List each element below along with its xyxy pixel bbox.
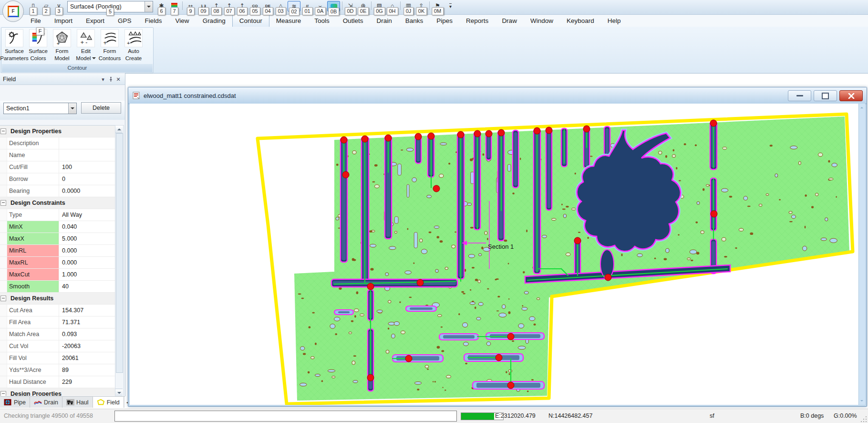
property-value[interactable]: 0.0000 (59, 185, 115, 197)
panel-scrollbar[interactable] (115, 125, 124, 397)
zoom-extents-button[interactable]: ⇲0D (344, 1, 356, 11)
grid-section-row[interactable]: Design Properties (0, 388, 115, 396)
chevron-down-icon[interactable] (68, 103, 76, 114)
tab-haul[interactable]: Haul (62, 397, 93, 408)
new-document-button[interactable]: ▯1 (27, 1, 39, 11)
grid-row[interactable]: Cut/Fill100 (0, 161, 115, 173)
grid-row[interactable]: MinX0.040 (0, 221, 115, 233)
grid-row[interactable]: Cut Area154.307 (0, 305, 115, 317)
pin-icon[interactable] (107, 75, 114, 83)
raise-surface-button[interactable]: ↥06 (236, 1, 248, 11)
surface-combo[interactable]: Surface4 (Ponding)5 (67, 1, 153, 12)
auto-create-button[interactable]: +AutoCreate (122, 28, 145, 64)
menu-item-pipes[interactable]: Pipes (430, 14, 459, 27)
grid-row[interactable]: MaxCut1.000 (0, 269, 115, 281)
property-value[interactable]: -20063 (59, 340, 115, 352)
up-arrow-button[interactable]: ⇧0K (415, 1, 427, 11)
menu-item-draw[interactable]: Draw (495, 14, 524, 27)
property-value[interactable]: 1.000 (59, 269, 115, 280)
qat-overflow-button[interactable]: ▾ (444, 1, 456, 11)
section-combo[interactable]: Section1 (3, 103, 77, 114)
menu-item-banks[interactable]: Banks (399, 14, 430, 27)
colorbar-curve-button[interactable]: 7 (168, 1, 180, 11)
property-value[interactable]: 154.307 (59, 305, 115, 316)
tab-field[interactable]: Field (93, 397, 124, 408)
star-curve-button[interactable]: ✱6 (155, 1, 167, 11)
panel-close-icon[interactable]: ✕ (114, 75, 122, 83)
menu-item-file[interactable]: File (24, 14, 48, 27)
property-value[interactable]: 40 (59, 281, 115, 292)
menu-item-keyboard[interactable]: Keyboard (560, 14, 601, 27)
grid-row[interactable]: MinRL0.000 (0, 245, 115, 257)
scroll-down-icon[interactable] (115, 389, 123, 396)
property-value[interactable]: All Way (59, 209, 115, 221)
property-value[interactable]: 5.000 (59, 233, 115, 244)
hatch-button[interactable]: ▨0G (373, 1, 385, 11)
raise-line-button[interactable]: ↥07 (223, 1, 235, 11)
menu-item-reports[interactable]: Reports (459, 14, 495, 27)
menu-item-help[interactable]: Help (601, 14, 628, 27)
property-value[interactable]: 100 (59, 161, 115, 173)
chevron-down-icon[interactable] (145, 1, 153, 12)
property-value[interactable] (59, 137, 115, 149)
grid-section-row[interactable]: Design Properties (0, 126, 115, 137)
grid-row[interactable]: Borrow0 (0, 173, 115, 185)
tab-drain[interactable]: Drain (30, 397, 62, 408)
grid-row[interactable]: Match Area0.093 (0, 328, 115, 340)
menu-item-grading[interactable]: Grading (196, 14, 232, 27)
grid-section-row[interactable]: Design Results (0, 293, 115, 305)
grid-row[interactable]: Fill Area71.371 (0, 317, 115, 328)
scroll-up-icon[interactable] (115, 126, 123, 133)
grid-row[interactable]: TypeAll Way (0, 209, 115, 221)
add-points-button[interactable]: ++9 (185, 1, 196, 11)
one-three-button[interactable]: 1 309 (197, 1, 209, 11)
grid-section-row[interactable]: Design Constraints (0, 197, 115, 209)
panel-menu-icon[interactable]: ▾ (99, 75, 107, 83)
dropdown-arrow-icon[interactable] (92, 57, 96, 61)
scrollbar-thumb[interactable] (116, 133, 123, 373)
triangle-tool-button[interactable]: △03 (275, 1, 287, 11)
grid-row[interactable]: Smooth40 (0, 281, 115, 293)
form-contours-button[interactable]: +FormContours (98, 28, 122, 64)
grid-row[interactable]: Bearing0.0000 (0, 185, 115, 197)
map-canvas[interactable]: Section 1 (130, 104, 859, 405)
map-vertical-scrollbar[interactable] (858, 104, 865, 405)
chevron-down-button[interactable]: ∨3 (53, 1, 65, 11)
signal-button[interactable]: ≋02 (288, 1, 300, 11)
menu-item-outlets[interactable]: Outlets (336, 14, 370, 27)
double-arc-button[interactable]: ((01 (301, 1, 313, 11)
tab-pipe[interactable]: Pipe (0, 397, 30, 408)
menu-item-tools[interactable]: Tools (308, 14, 336, 27)
property-value[interactable]: 0.000 (59, 257, 115, 268)
open-folder-button[interactable]: ▱2 (40, 1, 52, 11)
app-logo[interactable]: F (2, 0, 24, 22)
collapse-icon[interactable] (0, 296, 6, 301)
join-points-button[interactable]: ⌣0A (314, 1, 326, 11)
menu-item-export[interactable]: Export (79, 14, 111, 27)
resize-grip[interactable] (860, 416, 867, 423)
property-value[interactable]: 89 (59, 364, 115, 376)
property-value[interactable]: 229 (59, 376, 115, 388)
edit-model-button[interactable]: + -EditModel (74, 28, 98, 64)
property-value[interactable]: 0.000 (59, 245, 115, 256)
grid-row[interactable]: Description (0, 137, 115, 149)
grid-row[interactable]: Cut Vol-20063 (0, 340, 115, 352)
delete-button[interactable]: Delete (81, 102, 121, 114)
command-input[interactable] (114, 411, 457, 422)
property-value[interactable]: 0.093 (59, 328, 115, 340)
grid-row[interactable]: Yds**3/Acre89 (0, 364, 115, 376)
menu-item-gps[interactable]: GPS (111, 14, 138, 27)
property-value[interactable]: 0.040 (59, 221, 115, 233)
raise-point-button[interactable]: ↥08 (210, 1, 222, 11)
grid-row[interactable]: Fill Vol20061 (0, 352, 115, 364)
flag-button[interactable]: ⚑0M (432, 1, 444, 11)
collapse-icon[interactable] (0, 128, 6, 134)
property-value[interactable] (59, 149, 115, 161)
doc-minimize-button[interactable] (788, 90, 811, 101)
grid-row[interactable]: MaxRL0.000 (0, 257, 115, 269)
property-value[interactable]: 0 (59, 173, 115, 185)
form-model-button[interactable]: +FormModel (50, 28, 74, 64)
surface-parameters-button[interactable]: SurfaceParameters (2, 28, 26, 64)
menu-item-fields[interactable]: Fields (138, 14, 169, 27)
menu-item-measure[interactable]: Measure (269, 14, 308, 27)
